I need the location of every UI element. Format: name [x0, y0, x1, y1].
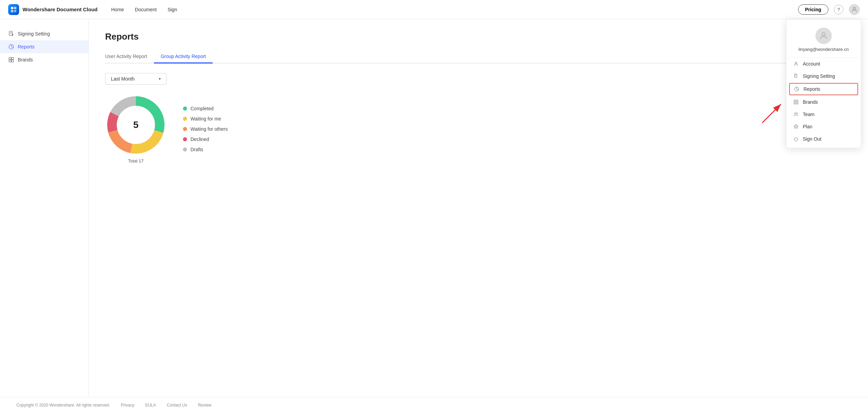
footer-contact[interactable]: Contact Us [167, 403, 187, 408]
svg-point-17 [822, 33, 825, 36]
svg-rect-22 [796, 100, 798, 102]
legend-dot-declined [183, 137, 187, 141]
svg-rect-24 [796, 102, 798, 104]
logo-icon [8, 4, 19, 15]
nav-sign[interactable]: Sign [168, 7, 177, 12]
topnav-right: Pricing ? [798, 4, 860, 15]
dropdown-item-reports[interactable]: Reports [789, 83, 858, 95]
svg-point-26 [797, 113, 798, 114]
svg-rect-3 [14, 10, 16, 12]
footer: Copyright © 2020 Wondershare. All rights… [0, 397, 868, 413]
dropdown-item-sign-out[interactable]: Sign Out [786, 133, 861, 145]
donut-total-label: Total 17 [105, 158, 167, 163]
dropdown-user-email: linyang@wondershare.cn [799, 47, 849, 52]
dropdown-item-brands[interactable]: Brands [786, 96, 861, 108]
svg-rect-1 [14, 7, 16, 9]
page-title: Reports [105, 31, 852, 42]
svg-rect-9 [9, 60, 11, 62]
svg-rect-23 [794, 102, 796, 104]
file-pen-icon [8, 31, 14, 37]
brands-icon [793, 99, 799, 105]
logo-area: Wondershare Document Cloud [8, 4, 98, 15]
dropdown-label-team: Team [803, 112, 814, 117]
legend-label-waiting-for-others: Waiting for others [190, 126, 228, 132]
chart-legend: Completed Waiting for me Waiting for oth… [183, 106, 228, 152]
file-icon [793, 73, 799, 79]
top-navigation: Wondershare Document Cloud Home Document… [0, 0, 868, 19]
svg-point-25 [795, 113, 796, 114]
nav-document[interactable]: Document [135, 7, 157, 12]
legend-label-waiting-for-me: Waiting for me [190, 116, 221, 122]
svg-rect-8 [12, 57, 14, 59]
sidebar-item-brands[interactable]: Brands [0, 53, 88, 66]
legend-item-declined: Declined [183, 137, 228, 142]
dropdown-label-reports: Reports [803, 86, 820, 92]
power-icon [793, 136, 799, 142]
main-layout: Signing Setting Reports Brands Reports U… [0, 19, 868, 397]
svg-rect-0 [11, 7, 13, 9]
pricing-button[interactable]: Pricing [798, 4, 828, 15]
sidebar-item-signing-setting[interactable]: Signing Setting [0, 27, 88, 40]
svg-rect-21 [794, 100, 796, 102]
dropdown-label-account: Account [803, 61, 820, 67]
legend-item-waiting-for-me: Waiting for me [183, 116, 228, 122]
tab-user-activity[interactable]: User Activity Report [105, 50, 154, 63]
filter-dropdown[interactable]: Last Month ▾ [105, 73, 167, 85]
legend-label-drafts: Drafts [190, 147, 203, 152]
svg-rect-2 [11, 10, 13, 12]
main-content: Reports User Activity Report Group Activ… [89, 19, 868, 397]
svg-point-4 [853, 7, 856, 10]
dropdown-user-section: linyang@wondershare.cn [786, 25, 861, 58]
nav-home[interactable]: Home [111, 7, 124, 12]
dropdown-item-plan[interactable]: Plan [786, 120, 861, 133]
donut-chart-wrapper: 5 Total 17 [105, 94, 167, 163]
svg-rect-5 [9, 31, 12, 35]
dropdown-avatar [815, 28, 832, 44]
dropdown-avatar-icon [819, 31, 828, 41]
filter-label: Last Month [111, 76, 134, 82]
chart-area: 5 Total 17 Completed Waiting for me Wait… [105, 94, 852, 163]
tab-group-activity[interactable]: Group Activity Report [154, 50, 213, 63]
legend-dot-drafts [183, 147, 187, 152]
legend-label-completed: Completed [190, 106, 214, 111]
legend-item-completed: Completed [183, 106, 228, 111]
sidebar-label-reports: Reports [18, 44, 34, 49]
donut-center-number: 5 [133, 119, 139, 130]
brand-icon [8, 57, 14, 63]
plan-icon [793, 124, 799, 129]
donut-chart: 5 [105, 94, 167, 156]
dropdown-label-brands: Brands [803, 99, 818, 105]
app-name: Wondershare Document Cloud [23, 6, 98, 12]
nav-links: Home Document Sign [111, 7, 177, 12]
legend-dot-completed [183, 106, 187, 111]
svg-rect-7 [9, 57, 11, 59]
dropdown-item-signing-setting[interactable]: Signing Setting [786, 70, 861, 82]
team-icon [793, 112, 799, 117]
legend-dot-waiting-for-me [183, 117, 187, 121]
legend-label-declined: Declined [190, 137, 209, 142]
help-icon[interactable]: ? [834, 5, 843, 14]
dropdown-label-sign-out: Sign Out [803, 136, 821, 142]
dropdown-item-account[interactable]: Account [786, 58, 861, 70]
dropdown-item-team[interactable]: Team [786, 108, 861, 120]
chart-icon [8, 44, 14, 50]
legend-dot-waiting-for-others [183, 127, 187, 131]
footer-review[interactable]: Review [198, 403, 211, 408]
tabs: User Activity Report Group Activity Repo… [105, 50, 852, 63]
svg-rect-19 [794, 74, 797, 77]
sidebar-item-reports[interactable]: Reports [0, 40, 88, 53]
footer-eula[interactable]: EULA [145, 403, 156, 408]
footer-privacy[interactable]: Privacy [121, 403, 134, 408]
sidebar: Signing Setting Reports Brands [0, 19, 89, 397]
legend-item-waiting-for-others: Waiting for others [183, 126, 228, 132]
user-dropdown-menu: linyang@wondershare.cn Account Signing S… [786, 19, 861, 148]
legend-item-drafts: Drafts [183, 147, 228, 152]
reports-icon [794, 86, 799, 92]
user-icon [793, 61, 799, 67]
chevron-down-icon: ▾ [159, 76, 161, 81]
svg-point-18 [795, 62, 797, 64]
user-avatar-button[interactable] [849, 4, 860, 15]
dropdown-label-signing-setting: Signing Setting [803, 73, 835, 79]
svg-rect-10 [12, 60, 14, 62]
sidebar-label-signing-setting: Signing Setting [18, 31, 50, 37]
